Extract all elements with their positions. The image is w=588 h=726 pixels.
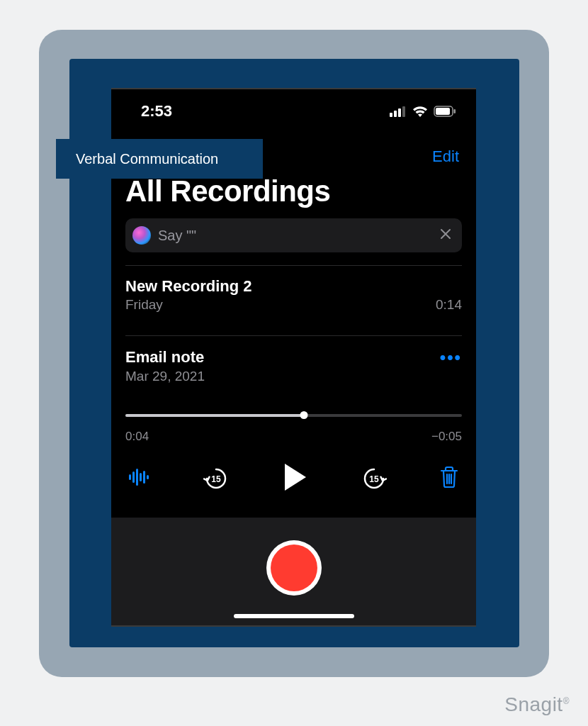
playback-scrubber-area: 0:04 −0:05	[111, 394, 476, 444]
waveform-icon[interactable]	[128, 467, 151, 490]
more-options-icon[interactable]: •••	[440, 347, 462, 367]
svg-rect-3	[402, 106, 405, 117]
svg-rect-5	[436, 108, 450, 115]
wifi-icon	[412, 105, 429, 118]
recording-duration: 0:14	[436, 297, 462, 313]
scrubber-knob[interactable]	[300, 411, 307, 419]
scrubber-fill	[125, 414, 304, 417]
status-bar: 2:53	[111, 89, 476, 123]
recording-title: New Recording 2	[125, 277, 251, 296]
svg-rect-11	[143, 471, 145, 484]
battery-icon	[434, 106, 456, 117]
scrubber[interactable]	[125, 408, 462, 423]
svg-rect-7	[129, 474, 131, 480]
status-icons	[390, 105, 456, 118]
elapsed-time: 0:04	[125, 430, 149, 444]
bottom-toolbar	[111, 518, 476, 625]
svg-text:15: 15	[369, 474, 379, 484]
recording-date: Mar 29, 2021	[125, 369, 205, 384]
svg-rect-1	[394, 111, 397, 117]
svg-rect-0	[390, 113, 392, 117]
home-indicator[interactable]	[234, 614, 354, 618]
svg-rect-6	[454, 109, 456, 113]
recording-date: Friday	[125, 297, 163, 313]
siri-icon	[132, 226, 151, 245]
recording-row-expanded[interactable]: Email note ••• Mar 29, 2021	[111, 336, 476, 394]
svg-rect-12	[147, 475, 149, 479]
svg-rect-2	[398, 108, 401, 117]
callout-label: Verbal Communication	[76, 151, 218, 167]
remaining-time: −0:05	[431, 430, 462, 444]
callout-tag: Verbal Communication	[56, 139, 263, 179]
svg-rect-9	[136, 469, 138, 486]
recording-title: Email note	[125, 348, 204, 367]
cellular-icon	[390, 106, 407, 117]
status-time: 2:53	[141, 102, 172, 121]
playback-controls: 15 15	[111, 444, 476, 510]
svg-rect-10	[140, 473, 142, 481]
record-button-inner	[271, 544, 317, 591]
close-icon[interactable]	[439, 228, 452, 243]
record-button[interactable]	[266, 540, 322, 596]
snagit-watermark: Snagit®	[504, 693, 570, 716]
skip-forward-icon[interactable]: 15	[361, 466, 387, 491]
recording-row[interactable]: New Recording 2 Friday 0:14	[111, 266, 476, 323]
svg-rect-8	[132, 471, 135, 483]
siri-search-bar[interactable]: Say ""	[125, 218, 462, 252]
edit-button[interactable]: Edit	[432, 147, 459, 166]
svg-text:15: 15	[212, 474, 222, 484]
siri-hint-text: Say ""	[158, 228, 432, 244]
play-icon[interactable]	[282, 462, 309, 495]
trash-icon[interactable]	[439, 466, 459, 491]
skip-back-icon[interactable]: 15	[203, 466, 229, 491]
